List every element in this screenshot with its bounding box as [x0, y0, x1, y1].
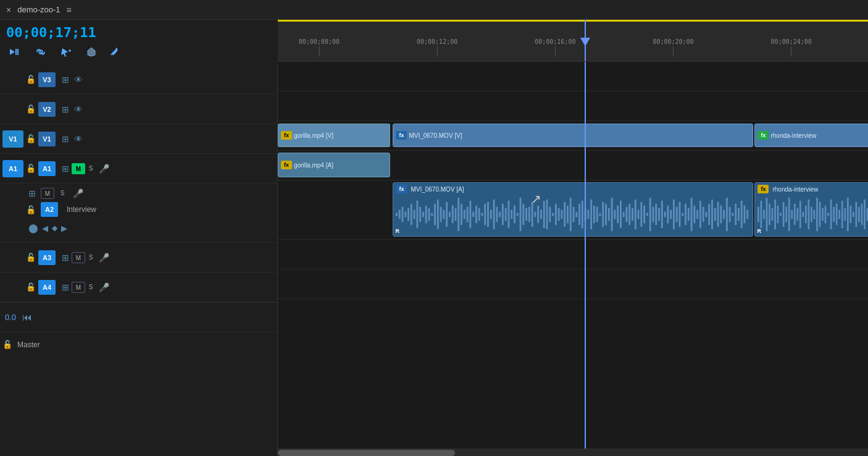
mic-icon-a1[interactable]: 🎤	[99, 164, 109, 174]
track-assign-v1[interactable]: V1	[2, 130, 23, 148]
svg-rect-18	[437, 200, 439, 229]
svg-rect-130	[772, 208, 774, 221]
sync-btn-v2[interactable]: ⊞	[59, 103, 72, 116]
svg-rect-163	[864, 200, 866, 229]
kf-prev-btn[interactable]: ◀	[42, 224, 48, 233]
timeline-track-v3	[278, 62, 868, 91]
s-btn-a1[interactable]: S	[85, 163, 96, 174]
eye-btn-v2[interactable]: 👁	[72, 103, 85, 116]
svg-rect-16	[432, 213, 433, 216]
clip-v1-gorilla[interactable]: fx gorilla.mp4 [V]	[278, 124, 390, 147]
clip-a1-gorilla[interactable]: fx gorilla.mp4 [A]	[278, 153, 390, 177]
m-btn-a4[interactable]: M	[72, 282, 85, 293]
lock-icon-v1[interactable]: 🔓	[26, 134, 36, 143]
timeline-track-v2	[278, 91, 868, 121]
sync-btn-a3[interactable]: ⊞	[59, 251, 72, 264]
s-btn-a3[interactable]: S	[85, 252, 96, 263]
yellow-playhead-line	[278, 20, 868, 22]
lock-icon-v3[interactable]: 🔓	[26, 75, 36, 84]
svg-rect-148	[822, 208, 824, 221]
timeline-right: 00;00;08;00 00;00;12;00 00;00;16;00 00;0…	[278, 20, 868, 456]
svg-rect-108	[703, 207, 704, 222]
svg-rect-135	[786, 207, 788, 222]
ruler-tick-3: 00;00;16;00	[535, 38, 575, 56]
clip-v1-mvi[interactable]: fx MVI_0670.MOV [V]	[393, 124, 753, 147]
timeline-track-a2[interactable]: fx MVI_0670.MOV [A]	[278, 180, 868, 240]
lock-icon-a4[interactable]: 🔓	[26, 282, 36, 292]
sync-btn-v1[interactable]: ⊞	[59, 133, 72, 145]
s-btn-a4[interactable]: S	[85, 282, 96, 293]
sync-btn-a2-top[interactable]: ⊞	[26, 187, 38, 200]
goto-start-btn[interactable]: ⏮	[22, 312, 32, 323]
rolling-edit-tool[interactable]	[32, 45, 49, 61]
svg-rect-88	[644, 206, 646, 224]
lock-icon-a1[interactable]: 🔓	[26, 164, 36, 173]
svg-rect-161	[859, 207, 861, 222]
clip-v1-rhonda[interactable]: fx rhonda-interview	[754, 124, 868, 147]
scrollbar-thumb[interactable]	[278, 450, 455, 456]
svg-rect-156	[845, 208, 846, 221]
clip-a2-rhonda[interactable]: fx rhonda-interview	[754, 182, 868, 237]
svg-rect-160	[856, 202, 858, 227]
ruler-tick-2: 00;00;12;00	[417, 38, 457, 56]
s-btn-a2[interactable]: S	[57, 188, 68, 199]
svg-rect-106	[697, 210, 699, 219]
lock-icon-a3[interactable]: 🔓	[26, 253, 36, 262]
m-btn-a1[interactable]: M	[72, 163, 85, 174]
clip-fx-badge-v1-2: fx	[396, 131, 407, 140]
svg-rect-62	[567, 206, 569, 224]
lock-icon-v2[interactable]: 🔓	[26, 104, 36, 114]
svg-rect-113	[717, 202, 719, 227]
svg-rect-131	[775, 200, 777, 229]
sync-btn-a4[interactable]: ⊞	[59, 281, 72, 293]
svg-rect-139	[797, 208, 799, 221]
svg-rect-54	[543, 201, 545, 228]
svg-rect-32	[478, 208, 480, 221]
clip-fx-badge-v1-1: fx	[281, 131, 292, 140]
mic-icon-a2[interactable]: 🎤	[73, 188, 83, 198]
sync-btn-a1[interactable]: ⊞	[59, 163, 72, 175]
m-btn-a3[interactable]: M	[72, 252, 85, 263]
tracks-left-panel: 00;00;17;11	[0, 20, 278, 456]
svg-rect-143	[808, 200, 810, 229]
eye-btn-v1[interactable]: 👁	[72, 133, 85, 145]
timeline-track-v1[interactable]: fx gorilla.mp4 [V] fx MVI_0670.MOV [V] f…	[278, 121, 868, 151]
m-btn-a2[interactable]: M	[41, 188, 54, 199]
sync-btn-v3[interactable]: ⊞	[59, 74, 72, 86]
clip-a2-mvi[interactable]: fx MVI_0670.MOV [A]	[393, 182, 753, 237]
kf-next-btn[interactable]: ▶	[61, 224, 67, 233]
timeline-track-a1[interactable]: fx gorilla.mp4 [A]	[278, 151, 868, 180]
wrench-tool[interactable]	[107, 45, 123, 61]
svg-rect-114	[720, 206, 722, 224]
track-label-v3: V3	[38, 72, 56, 87]
svg-rect-126	[761, 201, 762, 228]
svg-rect-14	[425, 206, 427, 224]
svg-rect-123	[747, 210, 749, 219]
svg-rect-147	[819, 202, 821, 227]
clip-name-v1-2: MVI_0670.MOV [V]	[409, 132, 462, 139]
lock-icon-a2[interactable]: 🔓	[26, 205, 36, 214]
lock-icon-master[interactable]: 🔓	[2, 340, 12, 349]
ripple-edit-tool[interactable]	[6, 45, 23, 61]
close-button[interactable]: ×	[6, 5, 11, 15]
svg-rect-116	[726, 198, 728, 231]
track-assign-a1[interactable]: A1	[2, 160, 23, 177]
svg-rect-20	[443, 210, 445, 219]
marker-tool[interactable]	[84, 45, 99, 61]
eye-btn-v3[interactable]: 👁	[72, 74, 85, 86]
horizontal-scrollbar[interactable]	[278, 449, 868, 456]
svg-rect-73	[599, 213, 601, 216]
svg-rect-39	[499, 212, 501, 217]
svg-rect-111	[711, 200, 713, 229]
menu-icon[interactable]: ≡	[67, 5, 72, 15]
svg-rect-83	[629, 204, 631, 225]
playhead-diamond	[580, 38, 590, 46]
track-label-a2: A2	[41, 202, 58, 217]
svg-rect-56	[549, 207, 551, 222]
svg-rect-84	[632, 208, 634, 221]
mic-icon-a3[interactable]: 🎤	[99, 253, 109, 263]
track-select-tool[interactable]	[58, 45, 75, 61]
mic-icon-a4[interactable]: 🎤	[99, 282, 109, 292]
svg-rect-128	[766, 198, 768, 231]
svg-rect-36	[490, 210, 492, 219]
